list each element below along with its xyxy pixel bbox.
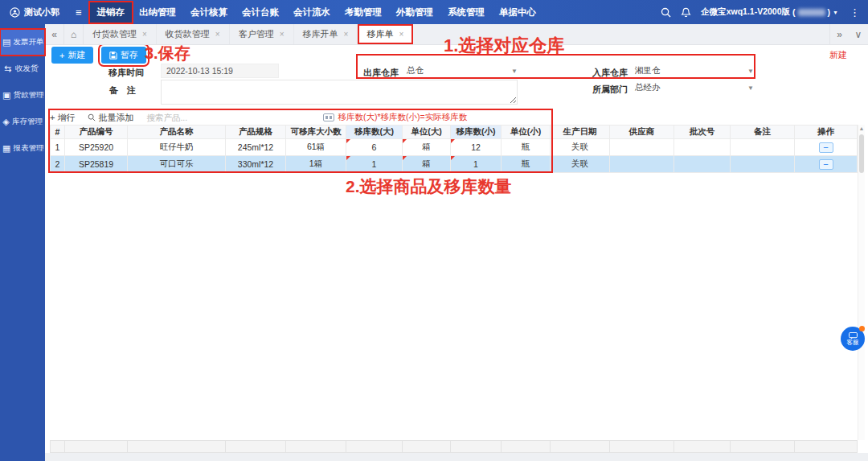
- prod-date-link[interactable]: 关联: [551, 139, 610, 156]
- department-select[interactable]: 总经办 ▼: [635, 80, 754, 95]
- add-row-button[interactable]: + 增行: [50, 112, 75, 124]
- hamburger-icon[interactable]: ≡: [68, 6, 90, 19]
- chevron-down-icon: ▼: [511, 68, 518, 75]
- collapse-tabs-icon[interactable]: «: [45, 24, 64, 44]
- col-batch: 批次号: [674, 126, 731, 139]
- vertical-scrollbar[interactable]: ▲: [858, 125, 865, 440]
- sidebar-item-invoice[interactable]: ▤ 发票开单: [0, 29, 45, 56]
- brand-paren: ): [828, 7, 831, 17]
- bell-icon[interactable]: [681, 7, 691, 18]
- in-warehouse-value: 湘里仓: [635, 65, 661, 76]
- close-icon[interactable]: ×: [399, 30, 403, 39]
- sidebar-item-report[interactable]: ▦ 报表管理: [0, 135, 45, 162]
- cell-unit-small[interactable]: 瓶: [502, 139, 551, 156]
- cell-remark[interactable]: [731, 156, 795, 173]
- close-icon[interactable]: ×: [344, 30, 349, 39]
- cell-supplier[interactable]: [610, 139, 674, 156]
- tab-customer-management[interactable]: 客户管理 ×: [230, 24, 294, 44]
- footer-cell: [451, 441, 502, 453]
- cell-unit-big[interactable]: 箱: [403, 139, 451, 156]
- tab-transfer-order[interactable]: 移库单 ×: [358, 24, 413, 44]
- col-index: #: [51, 126, 65, 139]
- cell-batch[interactable]: [674, 139, 731, 156]
- out-warehouse-select[interactable]: 总仓 ▼: [407, 64, 518, 78]
- cell-supplier[interactable]: [610, 156, 674, 173]
- remove-row-button[interactable]: −: [819, 142, 833, 153]
- footer-cell: [65, 441, 128, 453]
- close-icon[interactable]: ×: [142, 30, 147, 39]
- cell-product-code: SP25819: [65, 156, 128, 173]
- brand-version[interactable]: 企微宝xwq1.1-V2000版 ( ) ▼: [701, 6, 838, 18]
- cell-batch[interactable]: [674, 156, 731, 173]
- menu-item-accounting[interactable]: 会计核算: [183, 2, 235, 23]
- cell-remark[interactable]: [731, 139, 795, 156]
- menu-item-inventory[interactable]: 进销存: [90, 2, 133, 23]
- save-draft-button[interactable]: 暂存: [101, 47, 146, 64]
- payment-icon: ▣: [2, 90, 10, 101]
- user-menu[interactable]: 测试小郭: [0, 6, 68, 19]
- cell-product-name[interactable]: 旺仔牛奶: [128, 139, 226, 156]
- remove-row-button[interactable]: −: [819, 159, 833, 170]
- brand-text: 企微宝xwq1.1-V2000版: [701, 6, 790, 18]
- tab-transfer-order-create[interactable]: 移库开单 ×: [294, 24, 358, 44]
- col-action: 操作: [795, 126, 858, 139]
- table-row[interactable]: 1 SP25920 旺仔牛奶 245ml*12 61箱 6 箱 12 瓶 关联 …: [51, 139, 858, 156]
- tab-dropdown-icon[interactable]: ∨: [849, 24, 868, 44]
- close-icon[interactable]: ×: [280, 30, 285, 39]
- cell-qty-big[interactable]: 6: [346, 139, 403, 156]
- scroll-up-icon[interactable]: ▲: [858, 125, 865, 133]
- cell-qty-small[interactable]: 1: [451, 156, 502, 173]
- new-button[interactable]: + 新建: [51, 47, 93, 64]
- report-icon: ▦: [2, 143, 10, 154]
- grid-toolbar: + 增行 批量添加 移库数(大)*移库数(小)=实际移库数: [50, 111, 857, 124]
- cell-qty-big[interactable]: 1: [346, 156, 403, 173]
- home-icon[interactable]: ⌂: [64, 24, 84, 44]
- batch-add-button[interactable]: 批量添加: [88, 112, 133, 124]
- add-row-label: 增行: [57, 112, 75, 124]
- cell-unit-small[interactable]: 瓶: [502, 156, 551, 173]
- in-warehouse-select[interactable]: 湘里仓 ▼: [635, 64, 754, 78]
- cell-unit-big[interactable]: 箱: [403, 156, 451, 173]
- footer-cell: [610, 441, 674, 453]
- sidebar-item-payment[interactable]: ▣ 货款管理: [0, 82, 45, 109]
- menu-item-docs[interactable]: 单据中心: [492, 2, 543, 23]
- cell-product-code: SP25920: [65, 139, 128, 156]
- cell-product-spec: 245ml*12: [226, 139, 286, 156]
- tab-pay-management[interactable]: 付货款管理 ×: [84, 24, 157, 44]
- remark-textarea[interactable]: [161, 80, 518, 105]
- sidebar-item-label: 报表管理: [13, 143, 43, 154]
- col-qty-small: 移库数(小): [451, 126, 502, 139]
- cell-qty-small[interactable]: 12: [451, 139, 502, 156]
- tab-receive-management[interactable]: 收货款管理 ×: [157, 24, 230, 44]
- tab-overflow-icon[interactable]: »: [829, 24, 849, 44]
- cell-product-name[interactable]: 可口可乐: [128, 156, 226, 173]
- product-search-input[interactable]: [146, 113, 231, 122]
- notification-dot: [859, 326, 865, 331]
- department-value: 总经办: [635, 82, 661, 93]
- shipping-icon: ⇆: [2, 64, 13, 74]
- col-product-code: 产品编号: [65, 126, 128, 139]
- scrollbar-thumb[interactable]: [859, 134, 864, 173]
- menu-item-ledger[interactable]: 会计台账: [235, 2, 286, 23]
- new-record-link[interactable]: 新建: [829, 49, 847, 61]
- top-navigation-bar: 测试小郭 ≡ 进销存 出纳管理 会计核算 会计台账 会计流水 考勤管理 外勤管理…: [0, 0, 868, 24]
- menu-item-flow[interactable]: 会计流水: [286, 2, 338, 23]
- prod-date-link[interactable]: 关联: [551, 156, 610, 173]
- search-icon[interactable]: [661, 7, 671, 18]
- chevron-down-icon: ▼: [833, 10, 838, 15]
- more-options-icon[interactable]: ⋮: [848, 6, 860, 19]
- chevron-down-icon: ▼: [747, 68, 754, 75]
- menu-item-cashier[interactable]: 出纳管理: [132, 2, 183, 23]
- menu-item-system[interactable]: 系统管理: [440, 2, 492, 23]
- table-row-selected[interactable]: 2 SP25819 可口可乐 330ml*12 1箱 1 箱 1 瓶 关联 −: [51, 156, 858, 173]
- brand-paren: (: [792, 7, 796, 17]
- row-index: 2: [51, 156, 65, 173]
- sidebar-item-shipping[interactable]: ⇆ 收发货: [0, 56, 45, 82]
- menu-item-attendance[interactable]: 考勤管理: [338, 2, 389, 23]
- sidebar-item-inventory[interactable]: ◈ 库存管理: [0, 109, 45, 135]
- customer-service-button[interactable]: 客服: [841, 327, 865, 351]
- close-icon[interactable]: ×: [215, 30, 220, 39]
- batch-add-label: 批量添加: [98, 112, 133, 124]
- move-time-input[interactable]: [161, 64, 279, 78]
- menu-item-field[interactable]: 外勤管理: [389, 2, 440, 23]
